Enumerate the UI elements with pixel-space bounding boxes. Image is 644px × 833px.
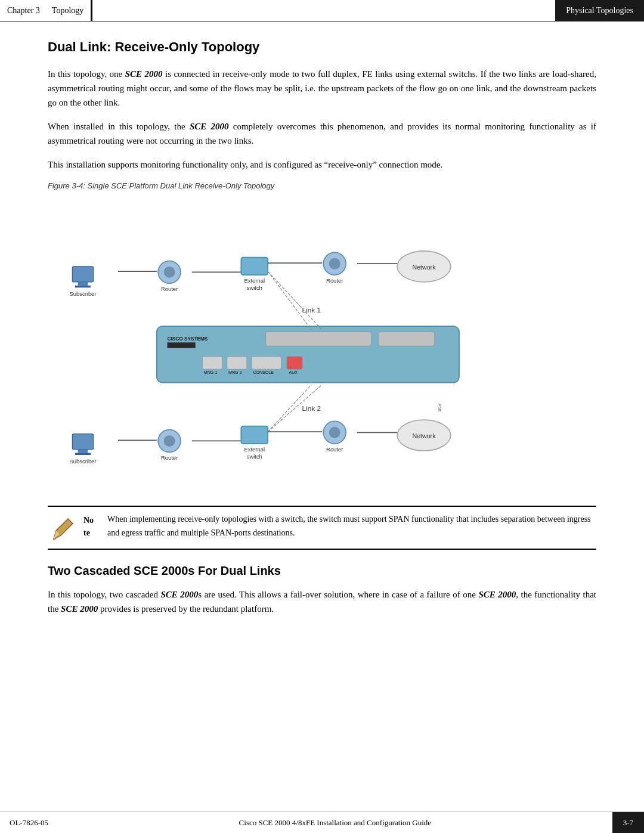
svg-rect-38 xyxy=(72,434,93,450)
svg-point-27 xyxy=(329,258,340,270)
footer-left: OL-7826-05 xyxy=(0,818,58,828)
svg-rect-8 xyxy=(287,357,302,369)
header-section: Physical Topologies xyxy=(555,0,644,21)
svg-text:Network: Network xyxy=(413,264,436,271)
note-icon-container xyxy=(48,513,83,543)
svg-text:Router: Router xyxy=(326,277,343,284)
svg-text:MNG 2: MNG 2 xyxy=(228,370,242,374)
paragraph-1: In this topology, one SCE 2000 is connec… xyxy=(48,67,596,110)
svg-rect-47 xyxy=(241,426,268,444)
svg-text:External: External xyxy=(244,446,265,453)
svg-rect-22 xyxy=(241,258,268,275)
pencil-icon xyxy=(48,514,76,543)
svg-rect-5 xyxy=(202,357,222,369)
svg-text:CONSOLE: CONSOLE xyxy=(253,370,274,374)
svg-rect-15 xyxy=(75,286,91,288)
note-box: No te When implementing receive-only top… xyxy=(48,506,596,550)
header-right: Physical Topologies xyxy=(555,0,644,21)
header-chapter: Chapter 3 Topology xyxy=(0,0,92,21)
diagram-svg: CISCO SYSTEMS MNG 1 MNG 2 CONSOLE AUX xyxy=(48,196,596,491)
svg-text:Router: Router xyxy=(161,286,178,292)
svg-rect-6 xyxy=(227,357,247,369)
svg-point-19 xyxy=(164,267,175,278)
svg-text:Subscriber: Subscriber xyxy=(69,458,96,465)
svg-text:Link 2: Link 2 xyxy=(302,404,321,412)
svg-rect-3 xyxy=(266,332,371,346)
svg-text:Subscriber: Subscriber xyxy=(69,290,96,297)
chapter-label: Chapter 3 xyxy=(7,6,40,16)
note-label: No te xyxy=(83,513,107,539)
figure-caption: Figure 3-4: Single SCE Platform Dual Lin… xyxy=(48,181,596,190)
svg-rect-40 xyxy=(75,453,91,456)
paragraph-3: This installation supports monitoring fu… xyxy=(48,157,596,172)
svg-rect-14 xyxy=(78,282,88,286)
svg-text:CISCO SYSTEMS: CISCO SYSTEMS xyxy=(168,336,208,342)
svg-text:switch: switch xyxy=(247,453,262,460)
svg-point-44 xyxy=(164,435,175,447)
svg-rect-39 xyxy=(78,450,88,453)
paragraph-2: When installed in this topology, the SCE… xyxy=(48,119,596,148)
svg-rect-4 xyxy=(378,332,434,346)
main-content: Dual Link: Receive-Only Topology In this… xyxy=(0,21,644,643)
footer-center: Cisco SCE 2000 4/8xFE Installation and C… xyxy=(58,818,612,828)
svg-text:switch: switch xyxy=(247,284,262,291)
svg-text:Network: Network xyxy=(413,432,436,439)
svg-rect-13 xyxy=(72,267,93,282)
header-topic: Topology xyxy=(52,6,83,16)
svg-point-52 xyxy=(329,427,340,438)
svg-rect-7 xyxy=(252,357,281,369)
page-header: Chapter 3 Topology Physical Topologies xyxy=(0,0,644,21)
svg-text:Link 1: Link 1 xyxy=(302,306,321,314)
svg-text:AUX: AUX xyxy=(289,370,298,374)
svg-text:Router: Router xyxy=(326,446,343,453)
network-diagram: CISCO SYSTEMS MNG 1 MNG 2 CONSOLE AUX xyxy=(48,196,596,494)
note-label-line1: No xyxy=(83,516,94,525)
svg-text:External: External xyxy=(244,277,265,284)
svg-text:MNG 1: MNG 1 xyxy=(204,370,217,374)
page-title: Dual Link: Receive-Only Topology xyxy=(48,39,596,55)
note-label-line2: te xyxy=(83,528,90,537)
footer-right: 3-7 xyxy=(612,812,644,833)
svg-rect-2 xyxy=(168,342,196,348)
page-footer: OL-7826-05 Cisco SCE 2000 4/8xFE Install… xyxy=(0,812,644,833)
section2-paragraph: In this topology, two cascaded SCE 2000s… xyxy=(48,587,596,616)
section2-heading: Two Cascaded SCE 2000s For Dual Links xyxy=(48,564,596,578)
svg-line-34 xyxy=(268,271,322,330)
note-text: When implementing receive-only topologie… xyxy=(107,513,596,540)
svg-text:Router: Router xyxy=(161,454,178,461)
svg-text:Port: Port xyxy=(438,404,442,411)
svg-line-33 xyxy=(268,271,311,330)
